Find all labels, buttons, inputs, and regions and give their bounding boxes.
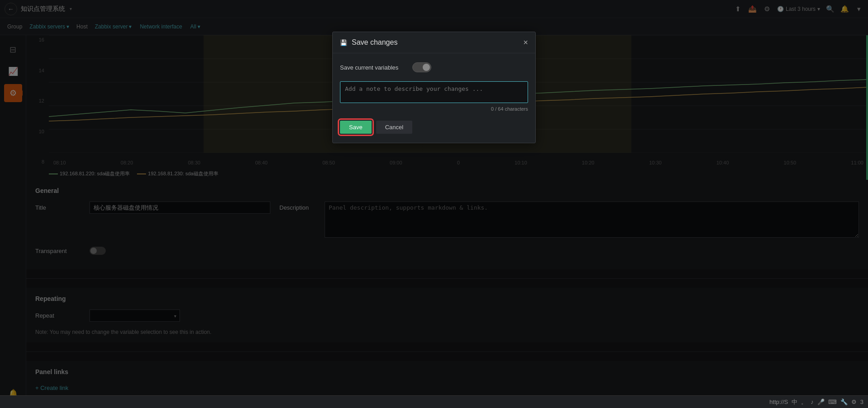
modal-overlay[interactable]: 💾 Save changes × Save current variables … xyxy=(0,0,868,408)
taskbar-num-icon: 3 xyxy=(859,399,864,405)
modal-title: Save changes xyxy=(352,38,397,47)
save-changes-modal: 💾 Save changes × Save current variables … xyxy=(332,32,536,143)
save-variables-row: Save current variables xyxy=(340,62,528,72)
taskbar-keyboard-icon[interactable]: ⌨ xyxy=(827,399,838,405)
taskbar-zh-icon[interactable]: 中 xyxy=(791,398,798,406)
taskbar-gear-icon[interactable]: ⚙ xyxy=(850,399,858,405)
note-textarea[interactable] xyxy=(340,81,528,103)
modal-cancel-button[interactable]: Cancel xyxy=(376,121,412,134)
modal-body: Save current variables 0 / 64 characters xyxy=(333,53,535,121)
taskbar-wrench-icon[interactable]: 🔧 xyxy=(840,399,849,405)
modal-close-button[interactable]: × xyxy=(523,38,528,47)
modal-title-row: 💾 Save changes xyxy=(340,38,397,47)
modal-footer: Save Cancel xyxy=(333,121,535,143)
char-count: 0 / 64 characters xyxy=(340,106,528,112)
save-icon: 💾 xyxy=(340,39,347,46)
taskbar: http://S 中 。 ♪ 🎤 ⌨ 🔧 ⚙ 3 xyxy=(0,395,868,408)
modal-header: 💾 Save changes × xyxy=(333,32,535,53)
taskbar-dot-icon[interactable]: 。 xyxy=(800,398,808,406)
taskbar-mic-icon[interactable]: 🎤 xyxy=(816,399,826,405)
taskbar-items: http://S 中 。 ♪ 🎤 ⌨ 🔧 ⚙ 3 xyxy=(769,398,864,406)
taskbar-http-label: http://S xyxy=(769,399,789,405)
save-variables-label: Save current variables xyxy=(340,64,412,71)
taskbar-note-icon[interactable]: ♪ xyxy=(810,399,815,405)
modal-save-button[interactable]: Save xyxy=(340,121,372,134)
save-variables-toggle[interactable] xyxy=(412,62,431,72)
